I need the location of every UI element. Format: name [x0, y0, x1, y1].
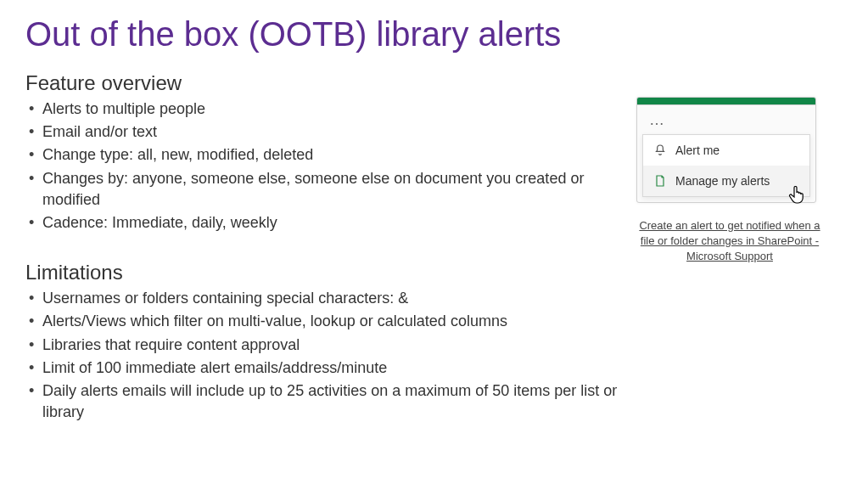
- list-item: Change type: all, new, modified, deleted: [25, 144, 619, 166]
- slide: Out of the box (OOTB) library alerts Fea…: [0, 0, 868, 501]
- limitations-heading: Limitations: [25, 261, 619, 284]
- ellipsis-button[interactable]: …: [637, 105, 815, 134]
- list-item: Usernames or folders containing special …: [25, 288, 619, 309]
- limitations-list: Usernames or folders containing special …: [25, 288, 619, 423]
- menu-item-label: Manage my alerts: [675, 174, 770, 188]
- menu-top-accent-bar: [637, 98, 815, 105]
- list-item: Alerts to multiple people: [25, 99, 619, 120]
- list-item: Cadence: Immediate, daily, weekly: [25, 212, 619, 234]
- note-icon: [653, 174, 667, 188]
- support-link[interactable]: Create an alert to get notified when a f…: [636, 218, 823, 265]
- menu-item-label: Alert me: [675, 144, 720, 157]
- content-columns: Feature overview Alerts to multiple peop…: [25, 71, 843, 450]
- sharepoint-menu-screenshot: … Alert me Manage my a: [636, 97, 816, 203]
- menu-item-manage-alerts[interactable]: Manage my alerts: [643, 166, 809, 196]
- right-column: … Alert me Manage my a: [619, 71, 832, 450]
- slide-title: Out of the box (OOTB) library alerts: [25, 15, 843, 53]
- list-item: Daily alerts emails will include up to 2…: [25, 380, 619, 423]
- overview-heading: Feature overview: [25, 71, 619, 95]
- overview-list: Alerts to multiple people Email and/or t…: [25, 99, 619, 234]
- list-item: Alerts/Views which filter on multi-value…: [25, 311, 619, 332]
- left-column: Feature overview Alerts to multiple peop…: [25, 71, 619, 450]
- bell-icon: [653, 144, 667, 157]
- list-item: Limit of 100 immediate alert emails/addr…: [25, 357, 619, 379]
- menu-popup: Alert me Manage my alerts: [642, 134, 810, 197]
- list-item: Changes by: anyone, someone else, someon…: [25, 168, 619, 211]
- list-item: Libraries that require content approval: [25, 335, 619, 356]
- section-limitations: Limitations Usernames or folders contain…: [25, 261, 619, 423]
- section-feature-overview: Feature overview Alerts to multiple peop…: [25, 71, 619, 234]
- list-item: Email and/or text: [25, 121, 619, 143]
- menu-item-alert-me[interactable]: Alert me: [643, 135, 809, 166]
